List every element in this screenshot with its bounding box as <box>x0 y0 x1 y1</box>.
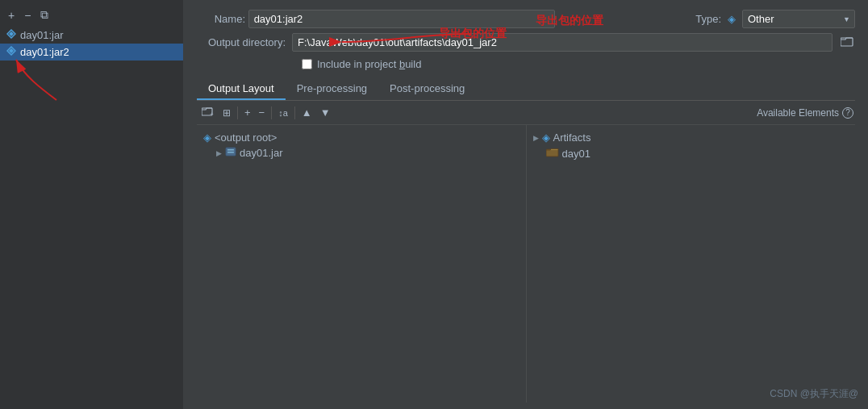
watermark: CSDN @执手天涯@ <box>770 387 858 401</box>
tab-output-layout[interactable]: Output Layout <box>197 78 286 100</box>
sidebar-item-day01-jar[interactable]: day01:jar <box>0 27 183 44</box>
checkbox-row: Include in project build <box>302 58 855 70</box>
svg-rect-10 <box>227 149 234 151</box>
add-directory-icon: + <box>202 106 215 119</box>
remove-element-button[interactable]: − <box>256 105 269 120</box>
tab-pre-processing[interactable]: Pre-processing <box>286 78 378 100</box>
add-artifact-button[interactable]: + <box>5 7 18 23</box>
toolbar-separator-2 <box>271 106 272 119</box>
type-diamond-icon: ◈ <box>728 13 736 25</box>
svg-text:+: + <box>210 111 214 117</box>
sidebar-toolbar: + − ⧉ <box>0 3 183 27</box>
tab-post-processing[interactable]: Post-processing <box>378 78 476 100</box>
day01-jar-file-item[interactable]: ▶ day01.jar <box>213 145 523 161</box>
browse-folder-button[interactable] <box>839 34 855 51</box>
jar-file-icon <box>225 147 236 159</box>
minus-icon: − <box>259 106 265 119</box>
output-label: Output directory: <box>197 36 286 48</box>
sidebar-item-label-selected: day01:jar2 <box>20 46 69 58</box>
up-arrow-icon: ▲ <box>302 106 312 119</box>
include-project-build-label: Include in project build <box>317 58 421 70</box>
add-directory-button[interactable]: + <box>198 104 218 121</box>
sidebar: + − ⧉ day01:jar <box>0 0 184 409</box>
right-panel: Name: Type: ◈ Other JAR WAR <box>184 0 868 409</box>
sidebar-item-label: day01:jar <box>20 29 63 41</box>
toolbar-separator-3 <box>294 106 295 119</box>
tab-toolbar: + ⊞ + − ↕a <box>197 101 855 125</box>
type-area: Type: ◈ Other JAR WAR <box>695 10 855 28</box>
grid-icon: ⊞ <box>223 107 231 119</box>
type-select[interactable]: Other JAR WAR <box>742 10 855 28</box>
left-tree: ◈ <output root> ▶ day01.jar <box>197 125 527 403</box>
move-up-button[interactable]: ▲ <box>298 105 315 120</box>
annotation-container: 导出包的位置 Output directory: <box>197 33 855 58</box>
annotation-arrow-output <box>326 30 487 54</box>
copy-artifact-button[interactable]: ⧉ <box>37 6 52 23</box>
output-root-diamond-icon: ◈ <box>203 131 211 144</box>
artifacts-diamond-icon: ◈ <box>542 131 550 144</box>
sort-button[interactable]: ↕a <box>275 106 291 119</box>
move-down-button[interactable]: ▼ <box>317 105 334 120</box>
name-input[interactable] <box>248 10 555 28</box>
content-area: ◈ <output root> ▶ day01.jar <box>197 125 855 403</box>
toolbar-separator-1 <box>237 106 238 119</box>
add-element-button[interactable]: + <box>241 105 254 120</box>
diamond-icon <box>6 29 16 41</box>
sort-icon: ↕a <box>278 108 288 118</box>
down-arrow-icon: ▼ <box>320 106 331 119</box>
sidebar-item-day01-jar2[interactable]: day01:jar2 <box>0 44 183 61</box>
artifacts-expand-icon: ▶ <box>533 134 539 142</box>
day01-folder-item[interactable]: day01 <box>543 145 853 161</box>
show-content-button[interactable]: ⊞ <box>219 106 234 120</box>
annotation-arrow <box>8 64 73 104</box>
day01-folder-icon <box>546 147 559 160</box>
type-select-wrapper: Other JAR WAR <box>742 10 855 28</box>
right-panel-inner: Name: Type: ◈ Other JAR WAR <box>197 10 855 403</box>
type-label: Type: <box>695 13 721 25</box>
available-elements-label: Available Elements ? <box>757 107 853 119</box>
remove-artifact-button[interactable]: − <box>21 7 34 23</box>
diamond-icon-selected <box>6 46 16 58</box>
folder-browse-icon <box>841 35 853 47</box>
help-icon[interactable]: ? <box>842 107 853 119</box>
plus-icon: + <box>244 106 251 119</box>
name-type-row: Name: Type: ◈ Other JAR WAR <box>197 10 855 28</box>
right-tree: ▶ ◈ Artifacts day01 <box>527 125 856 403</box>
main-layout: + − ⧉ day01:jar <box>0 0 868 409</box>
artifacts-item[interactable]: ▶ ◈ Artifacts <box>530 130 853 145</box>
annotation-label-text: 导出包的位置 <box>536 14 603 28</box>
expand-icon: ▶ <box>216 149 222 157</box>
tabs-row: Output Layout Pre-processing Post-proces… <box>197 78 855 101</box>
output-root-item[interactable]: ◈ <output root> <box>200 130 523 145</box>
svg-rect-11 <box>227 152 234 153</box>
output-row: Output directory: <box>197 33 855 52</box>
include-project-build-checkbox[interactable] <box>302 59 312 69</box>
name-label: Name: <box>197 13 245 25</box>
